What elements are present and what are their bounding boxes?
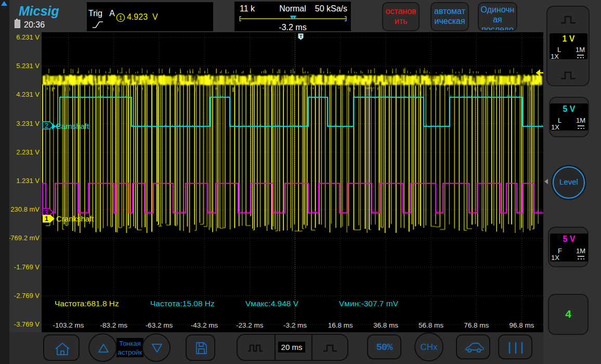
svg-text:Частота:681.8 Hz: Частота:681.8 Hz bbox=[55, 299, 119, 308]
svg-text:-43.2 ms: -43.2 ms bbox=[191, 321, 218, 329]
svg-text:1: 1 bbox=[45, 215, 48, 223]
svg-text:Частота:15.08 Hz: Частота:15.08 Hz bbox=[150, 299, 215, 308]
svg-text:-23.2 ms: -23.2 ms bbox=[236, 321, 264, 329]
svg-text:1: 1 bbox=[119, 15, 122, 21]
svg-text:-63.2 ms: -63.2 ms bbox=[146, 321, 173, 329]
svg-text:Vмин:-307.7 mV: Vмин:-307.7 mV bbox=[339, 299, 399, 308]
svg-text:2: 2 bbox=[45, 122, 48, 129]
svg-text:T: T bbox=[299, 34, 303, 39]
svg-text:96.8 ms: 96.8 ms bbox=[509, 321, 534, 329]
svg-text:16.8 ms: 16.8 ms bbox=[328, 321, 353, 329]
svg-text:-3.2 ms: -3.2 ms bbox=[283, 321, 307, 329]
svg-text:76.8 ms: 76.8 ms bbox=[464, 321, 489, 329]
svg-text:56.8 ms: 56.8 ms bbox=[419, 321, 443, 329]
svg-text:-103.2 ms: -103.2 ms bbox=[53, 321, 84, 329]
svg-text:-83.2 ms: -83.2 ms bbox=[100, 321, 127, 329]
svg-text:Crankshaft: Crankshaft bbox=[56, 214, 94, 223]
svg-text:36.8 ms: 36.8 ms bbox=[373, 321, 398, 329]
svg-text:Camshaft: Camshaft bbox=[56, 122, 89, 131]
svg-text:Vмакс:4.948 V: Vмакс:4.948 V bbox=[245, 299, 299, 308]
